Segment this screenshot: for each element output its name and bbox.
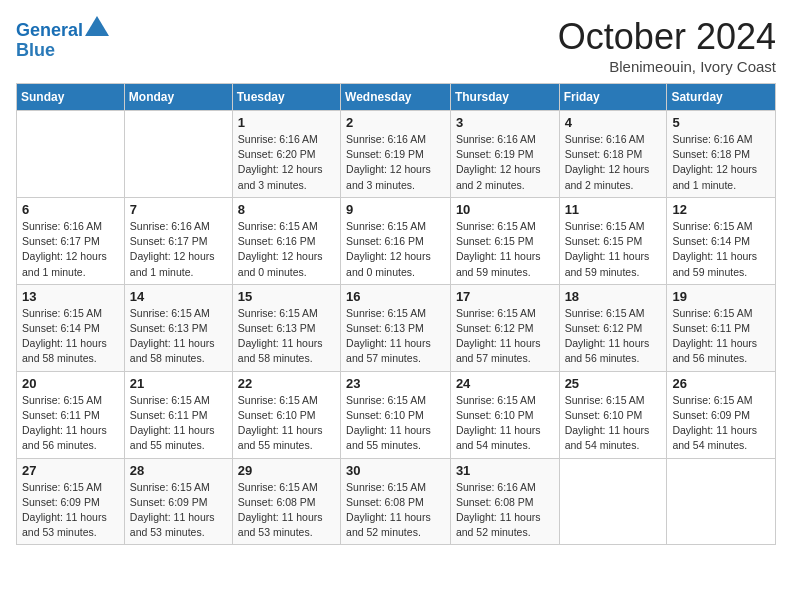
calendar-cell: 2 Sunrise: 6:16 AMSunset: 6:19 PMDayligh… bbox=[341, 111, 451, 198]
day-number: 25 bbox=[565, 376, 662, 391]
calendar-cell: 19 Sunrise: 6:15 AMSunset: 6:11 PMDaylig… bbox=[667, 284, 776, 371]
day-info: Sunrise: 6:15 AMSunset: 6:10 PMDaylight:… bbox=[346, 393, 445, 454]
calendar-week-row: 13 Sunrise: 6:15 AMSunset: 6:14 PMDaylig… bbox=[17, 284, 776, 371]
day-info: Sunrise: 6:15 AMSunset: 6:08 PMDaylight:… bbox=[238, 480, 335, 541]
day-info: Sunrise: 6:15 AMSunset: 6:15 PMDaylight:… bbox=[456, 219, 554, 280]
day-info: Sunrise: 6:15 AMSunset: 6:09 PMDaylight:… bbox=[672, 393, 770, 454]
page-header: General Blue October 2024 Blenimeouin, I… bbox=[16, 16, 776, 75]
day-number: 2 bbox=[346, 115, 445, 130]
day-number: 6 bbox=[22, 202, 119, 217]
calendar-cell: 4 Sunrise: 6:16 AMSunset: 6:18 PMDayligh… bbox=[559, 111, 667, 198]
calendar-cell: 5 Sunrise: 6:16 AMSunset: 6:18 PMDayligh… bbox=[667, 111, 776, 198]
calendar-cell: 20 Sunrise: 6:15 AMSunset: 6:11 PMDaylig… bbox=[17, 371, 125, 458]
day-number: 23 bbox=[346, 376, 445, 391]
logo-line1: General bbox=[16, 20, 83, 40]
calendar-week-row: 6 Sunrise: 6:16 AMSunset: 6:17 PMDayligh… bbox=[17, 197, 776, 284]
day-number: 9 bbox=[346, 202, 445, 217]
day-number: 29 bbox=[238, 463, 335, 478]
calendar-cell: 25 Sunrise: 6:15 AMSunset: 6:10 PMDaylig… bbox=[559, 371, 667, 458]
day-number: 14 bbox=[130, 289, 227, 304]
logo-line2: Blue bbox=[16, 40, 55, 60]
calendar-cell: 21 Sunrise: 6:15 AMSunset: 6:11 PMDaylig… bbox=[124, 371, 232, 458]
day-number: 31 bbox=[456, 463, 554, 478]
calendar-cell bbox=[667, 458, 776, 545]
day-info: Sunrise: 6:16 AMSunset: 6:20 PMDaylight:… bbox=[238, 132, 335, 193]
day-info: Sunrise: 6:15 AMSunset: 6:10 PMDaylight:… bbox=[238, 393, 335, 454]
day-number: 10 bbox=[456, 202, 554, 217]
day-number: 22 bbox=[238, 376, 335, 391]
logo-text: General Blue bbox=[16, 16, 109, 61]
day-info: Sunrise: 6:15 AMSunset: 6:10 PMDaylight:… bbox=[456, 393, 554, 454]
weekday-header-wednesday: Wednesday bbox=[341, 84, 451, 111]
calendar-cell: 27 Sunrise: 6:15 AMSunset: 6:09 PMDaylig… bbox=[17, 458, 125, 545]
day-info: Sunrise: 6:16 AMSunset: 6:17 PMDaylight:… bbox=[22, 219, 119, 280]
calendar-cell: 7 Sunrise: 6:16 AMSunset: 6:17 PMDayligh… bbox=[124, 197, 232, 284]
day-info: Sunrise: 6:15 AMSunset: 6:11 PMDaylight:… bbox=[672, 306, 770, 367]
weekday-header-monday: Monday bbox=[124, 84, 232, 111]
day-info: Sunrise: 6:15 AMSunset: 6:16 PMDaylight:… bbox=[238, 219, 335, 280]
weekday-header-row: SundayMondayTuesdayWednesdayThursdayFrid… bbox=[17, 84, 776, 111]
calendar-week-row: 20 Sunrise: 6:15 AMSunset: 6:11 PMDaylig… bbox=[17, 371, 776, 458]
weekday-header-friday: Friday bbox=[559, 84, 667, 111]
day-info: Sunrise: 6:15 AMSunset: 6:13 PMDaylight:… bbox=[238, 306, 335, 367]
logo-icon bbox=[85, 16, 109, 36]
calendar-cell: 10 Sunrise: 6:15 AMSunset: 6:15 PMDaylig… bbox=[450, 197, 559, 284]
calendar-cell bbox=[124, 111, 232, 198]
calendar-cell: 16 Sunrise: 6:15 AMSunset: 6:13 PMDaylig… bbox=[341, 284, 451, 371]
calendar-cell: 1 Sunrise: 6:16 AMSunset: 6:20 PMDayligh… bbox=[232, 111, 340, 198]
calendar-cell: 18 Sunrise: 6:15 AMSunset: 6:12 PMDaylig… bbox=[559, 284, 667, 371]
weekday-header-saturday: Saturday bbox=[667, 84, 776, 111]
day-info: Sunrise: 6:15 AMSunset: 6:16 PMDaylight:… bbox=[346, 219, 445, 280]
calendar-cell: 22 Sunrise: 6:15 AMSunset: 6:10 PMDaylig… bbox=[232, 371, 340, 458]
day-number: 8 bbox=[238, 202, 335, 217]
day-number: 15 bbox=[238, 289, 335, 304]
day-number: 11 bbox=[565, 202, 662, 217]
day-info: Sunrise: 6:15 AMSunset: 6:14 PMDaylight:… bbox=[672, 219, 770, 280]
day-number: 24 bbox=[456, 376, 554, 391]
day-number: 20 bbox=[22, 376, 119, 391]
day-number: 1 bbox=[238, 115, 335, 130]
calendar-cell: 11 Sunrise: 6:15 AMSunset: 6:15 PMDaylig… bbox=[559, 197, 667, 284]
day-info: Sunrise: 6:15 AMSunset: 6:15 PMDaylight:… bbox=[565, 219, 662, 280]
location: Blenimeouin, Ivory Coast bbox=[558, 58, 776, 75]
day-info: Sunrise: 6:15 AMSunset: 6:10 PMDaylight:… bbox=[565, 393, 662, 454]
day-info: Sunrise: 6:15 AMSunset: 6:13 PMDaylight:… bbox=[130, 306, 227, 367]
calendar-cell: 31 Sunrise: 6:16 AMSunset: 6:08 PMDaylig… bbox=[450, 458, 559, 545]
calendar-cell: 3 Sunrise: 6:16 AMSunset: 6:19 PMDayligh… bbox=[450, 111, 559, 198]
calendar-cell bbox=[17, 111, 125, 198]
calendar-cell: 8 Sunrise: 6:15 AMSunset: 6:16 PMDayligh… bbox=[232, 197, 340, 284]
day-number: 21 bbox=[130, 376, 227, 391]
calendar-cell: 9 Sunrise: 6:15 AMSunset: 6:16 PMDayligh… bbox=[341, 197, 451, 284]
calendar-cell: 23 Sunrise: 6:15 AMSunset: 6:10 PMDaylig… bbox=[341, 371, 451, 458]
day-number: 19 bbox=[672, 289, 770, 304]
calendar-cell: 24 Sunrise: 6:15 AMSunset: 6:10 PMDaylig… bbox=[450, 371, 559, 458]
day-number: 17 bbox=[456, 289, 554, 304]
day-number: 28 bbox=[130, 463, 227, 478]
calendar-cell: 12 Sunrise: 6:15 AMSunset: 6:14 PMDaylig… bbox=[667, 197, 776, 284]
calendar-cell: 29 Sunrise: 6:15 AMSunset: 6:08 PMDaylig… bbox=[232, 458, 340, 545]
calendar-cell: 15 Sunrise: 6:15 AMSunset: 6:13 PMDaylig… bbox=[232, 284, 340, 371]
svg-marker-0 bbox=[85, 16, 109, 36]
calendar-cell: 13 Sunrise: 6:15 AMSunset: 6:14 PMDaylig… bbox=[17, 284, 125, 371]
day-number: 3 bbox=[456, 115, 554, 130]
day-number: 5 bbox=[672, 115, 770, 130]
weekday-header-tuesday: Tuesday bbox=[232, 84, 340, 111]
day-info: Sunrise: 6:16 AMSunset: 6:19 PMDaylight:… bbox=[456, 132, 554, 193]
day-number: 12 bbox=[672, 202, 770, 217]
calendar-table: SundayMondayTuesdayWednesdayThursdayFrid… bbox=[16, 83, 776, 545]
calendar-week-row: 27 Sunrise: 6:15 AMSunset: 6:09 PMDaylig… bbox=[17, 458, 776, 545]
calendar-cell: 30 Sunrise: 6:15 AMSunset: 6:08 PMDaylig… bbox=[341, 458, 451, 545]
month-title: October 2024 bbox=[558, 16, 776, 58]
calendar-cell: 26 Sunrise: 6:15 AMSunset: 6:09 PMDaylig… bbox=[667, 371, 776, 458]
day-info: Sunrise: 6:15 AMSunset: 6:11 PMDaylight:… bbox=[22, 393, 119, 454]
day-info: Sunrise: 6:15 AMSunset: 6:09 PMDaylight:… bbox=[22, 480, 119, 541]
day-number: 16 bbox=[346, 289, 445, 304]
day-info: Sunrise: 6:16 AMSunset: 6:18 PMDaylight:… bbox=[672, 132, 770, 193]
calendar-week-row: 1 Sunrise: 6:16 AMSunset: 6:20 PMDayligh… bbox=[17, 111, 776, 198]
day-number: 13 bbox=[22, 289, 119, 304]
day-info: Sunrise: 6:15 AMSunset: 6:09 PMDaylight:… bbox=[130, 480, 227, 541]
calendar-cell bbox=[559, 458, 667, 545]
day-info: Sunrise: 6:15 AMSunset: 6:13 PMDaylight:… bbox=[346, 306, 445, 367]
day-info: Sunrise: 6:15 AMSunset: 6:12 PMDaylight:… bbox=[456, 306, 554, 367]
day-info: Sunrise: 6:16 AMSunset: 6:18 PMDaylight:… bbox=[565, 132, 662, 193]
